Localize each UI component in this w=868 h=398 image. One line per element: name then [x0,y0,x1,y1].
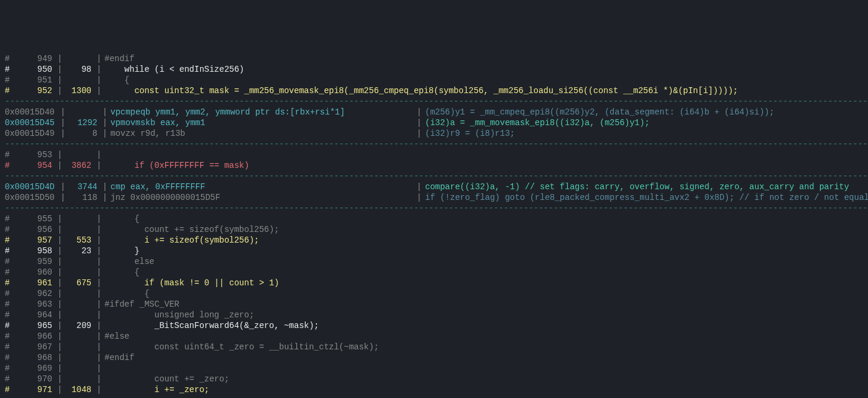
asm-line[interactable]: 0x00015D40| |vpcmpeqb ymm1, ymm2, ymmwor… [0,107,868,117]
source-line[interactable]: #966 | |#else [0,331,868,342]
src-marker: # [5,53,11,64]
src-marker: # [5,299,11,310]
source-line[interactable]: #962 | | { [0,288,868,299]
source-line[interactable]: #959 | | else [0,256,868,267]
asm-line[interactable]: 0x00015D50|118 |jnz 0x0000000000015D5F|i… [0,192,868,203]
source-line[interactable]: #967 | | const uint64_t _zero = __builti… [0,342,868,352]
src-marker: # [5,160,11,171]
source-line[interactable]: #965 |209 | _BitScanForward64(&_zero, ~m… [0,320,868,331]
source-code: #endif [101,352,134,363]
pipe: | [97,182,107,192]
pipe: | [52,224,62,235]
pipe: | [52,53,62,64]
asm-instruction: vpmovmskb eax, ymm1 [107,117,205,128]
pipe: | [91,256,101,267]
source-code [101,363,104,374]
source-line[interactable]: #969 | | [0,363,868,374]
src-marker: # [5,331,11,342]
line-number: 957 [11,235,52,246]
src-marker: # [5,384,11,395]
line-number: 971 [11,384,52,395]
pipe: | [91,331,101,342]
src-marker: # [5,342,11,352]
source-line[interactable]: #951 | | { [0,75,868,85]
sample-count [62,299,91,310]
source-code: i += _zero; [101,384,209,395]
line-number: 959 [11,256,52,267]
pipe: | [91,384,101,395]
line-number: 949 [11,53,52,64]
sample-count [62,224,91,235]
pipe: | [91,53,101,64]
source-code: const uint32_t mask = _mm256_movemask_ep… [101,85,738,96]
pipe: | [91,363,101,374]
pipe: | [91,299,101,310]
source-line[interactable]: #953 | | [0,149,868,160]
section-separator: ----------------------------------------… [0,171,868,182]
source-line[interactable]: #970 | | count += _zero; [0,374,868,384]
src-marker: # [5,85,11,96]
source-line[interactable]: #955 | | { [0,214,868,224]
sample-count [62,288,91,299]
source-code: if (0xFFFFFFFF == mask) [101,160,249,171]
source-line[interactable]: #968 | |#endif [0,352,868,363]
source-line[interactable]: #956 | | count += sizeof(symbol256); [0,224,868,235]
pipe: | [52,374,62,384]
line-number: 967 [11,342,52,352]
pipe: | [52,299,62,310]
annotation: (i32)a = _mm_movemask_epi8((i32)a, (m256… [425,117,650,128]
line-number: 968 [11,352,52,363]
asm-line[interactable]: 0x00015D49|8 |movzx r9d, r13b|(i32)r9 = … [0,128,868,139]
sample-count [62,374,91,384]
pipe: | [52,363,62,374]
sample-count [62,352,91,363]
source-line[interactable]: #957 |553 | i += sizeof(symbol256); [0,235,868,246]
pipe: | [91,160,101,171]
source-code: count += _zero; [101,374,229,384]
source-line[interactable]: #964 | | unsigned long _zero; [0,310,868,320]
source-line[interactable]: #960 | | { [0,267,868,278]
pipe: | [52,85,62,96]
asm-instruction: vpcmpeqb ymm1, ymm2, ymmword ptr ds:[rbx… [107,107,345,117]
pipe: | [416,182,423,192]
source-code: const uint64_t _zero = __builtin_ctzl(~m… [101,342,379,352]
source-line[interactable]: #958 |23 | } [0,246,868,256]
asm-line[interactable]: 0x00015D45|1292 |vpmovmskb eax, ymm1|(i3… [0,117,868,128]
pipe: | [91,214,101,224]
source-line[interactable]: #949 | |#endif [0,53,868,64]
asm-instruction: movzx r9d, r13b [107,128,185,139]
pipe: | [52,235,62,246]
line-number: 950 [11,64,52,75]
sample-count [62,149,91,160]
source-line[interactable]: #950 |98 | while (i < endInSize256) [0,64,868,75]
line-number: 952 [11,85,52,96]
source-line[interactable]: #961 |675 | if (mask != 0 || count > 1) [0,278,868,288]
line-number: 961 [11,278,52,288]
pipe: | [97,192,107,203]
sample-count: 3862 [62,160,91,171]
src-marker: # [5,374,11,384]
source-line[interactable]: #963 | |#ifdef _MSC_VER [0,299,868,310]
source-code [101,149,104,160]
pipe: | [52,160,62,171]
sample-count: 1048 [62,384,91,395]
pipe: | [97,128,107,139]
asm-line[interactable]: 0x00015D4D|3744 |cmp eax, 0xFFFFFFFF|com… [0,182,868,192]
source-line[interactable]: #954 |3862 | if (0xFFFFFFFF == mask) [0,160,868,171]
sample-count [62,53,91,64]
source-line[interactable]: #971 |1048 | i += _zero; [0,384,868,395]
source-line[interactable]: #952 |1300 | const uint32_t mask = _mm25… [0,85,868,96]
pipe: | [97,107,107,117]
sample-count [62,342,91,352]
src-marker: # [5,310,11,320]
address: 0x00015D4D [5,182,58,192]
line-number: 960 [11,267,52,278]
src-marker: # [5,75,11,85]
source-code: #else [101,331,129,342]
line-number: 953 [11,149,52,160]
pipe: | [58,107,68,117]
sample-count: 209 [62,320,91,331]
source-code: _BitScanForward64(&_zero, ~mask); [101,320,319,331]
pipe: | [52,331,62,342]
sample-count [68,107,97,117]
